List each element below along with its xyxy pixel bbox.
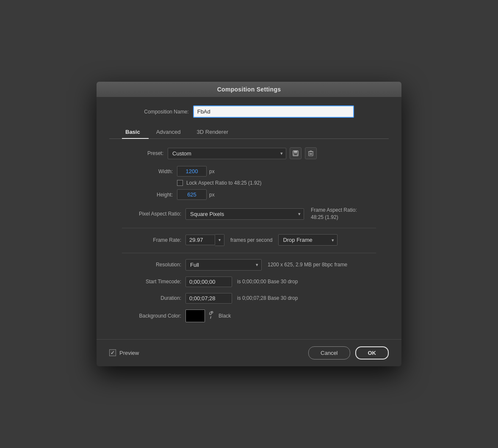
lock-aspect-label: Lock Aspect Ratio to 48:25 (1.92): [186, 180, 261, 186]
preset-row: Preset: Custom HDTV 1080 29.97 HDTV 1080…: [122, 147, 376, 159]
par-select[interactable]: Square Pixels D1/DV NTSC (0.91) D1/DV PA…: [185, 208, 304, 220]
preview-checkbox-row: Preview: [109, 349, 139, 356]
start-timecode-row: Start Timecode: is 0;00;00;00 Base 30 dr…: [122, 277, 376, 287]
lock-aspect-checkbox[interactable]: [177, 180, 183, 186]
title-bar: Composition Settings: [97, 82, 401, 97]
tab-advanced[interactable]: Advanced: [153, 125, 189, 138]
dialog-footer: Preview Cancel OK: [97, 339, 401, 366]
drop-frame-select-wrapper: Drop Frame Non Drop Frame: [278, 234, 338, 246]
bg-color-name: Black: [219, 313, 231, 319]
height-label: Height:: [147, 192, 173, 198]
content-area: Preset: Custom HDTV 1080 29.97 HDTV 1080…: [109, 139, 389, 326]
frame-rate-row: Frame Rate: ▾ frames per second Drop Fra…: [122, 234, 376, 246]
frame-rate-dropdown-btn[interactable]: ▾: [215, 234, 224, 246]
separator-1: [122, 228, 376, 228]
duration-input[interactable]: [185, 293, 232, 304]
preset-label: Preset:: [147, 150, 163, 156]
comp-name-row: Composition Name:: [109, 105, 389, 118]
resolution-info: 1200 x 625, 2.9 MB per 8bpc frame: [268, 262, 347, 268]
width-label: Width:: [147, 169, 173, 174]
height-input[interactable]: [177, 189, 207, 200]
height-row: Height: px: [147, 189, 376, 200]
separator-2: [122, 253, 376, 253]
duration-row: Duration: is 0;00;07;28 Base 30 drop: [122, 293, 376, 304]
dialog-body: Composition Name: Basic Advanced 3D Rend…: [97, 97, 401, 335]
svg-line-9: [210, 316, 212, 318]
background-color-row: Background Color: Black: [122, 310, 376, 322]
preset-save-icon[interactable]: [290, 147, 302, 159]
height-unit: px: [209, 192, 215, 198]
resolution-select[interactable]: Full Half Third Quarter Custom...: [185, 259, 262, 271]
preset-delete-icon[interactable]: [305, 147, 317, 159]
tabs-row: Basic Advanced 3D Renderer: [109, 125, 389, 139]
width-input[interactable]: [177, 166, 207, 177]
resolution-select-wrapper: Full Half Third Quarter Custom...: [185, 259, 262, 271]
start-timecode-label: Start Timecode:: [122, 279, 181, 285]
dialog-title: Composition Settings: [217, 86, 281, 93]
fps-label: frames per second: [230, 237, 272, 243]
svg-rect-8: [310, 151, 312, 152]
composition-settings-dialog: Composition Settings Composition Name: B…: [97, 82, 401, 366]
svg-rect-1: [294, 151, 297, 153]
comp-name-input[interactable]: [193, 105, 354, 118]
resolution-label: Resolution:: [122, 262, 181, 268]
tab-3d-renderer[interactable]: 3D Renderer: [194, 125, 237, 138]
pixel-aspect-row: Pixel Aspect Ratio: Square Pixels D1/DV …: [122, 207, 376, 221]
comp-name-label: Composition Name:: [144, 109, 188, 115]
eyedropper-button[interactable]: [207, 310, 217, 321]
preset-select[interactable]: Custom HDTV 1080 29.97 HDTV 1080 25 Film…: [168, 148, 286, 159]
svg-point-11: [211, 311, 213, 313]
par-select-wrapper: Square Pixels D1/DV NTSC (0.91) D1/DV PA…: [185, 208, 304, 220]
bg-color-swatch[interactable]: [185, 310, 205, 322]
bg-color-label: Background Color:: [122, 313, 181, 319]
frame-rate-label: Frame Rate:: [122, 237, 181, 243]
width-row: Width: px: [147, 166, 376, 177]
preset-select-wrapper: Custom HDTV 1080 29.97 HDTV 1080 25 Film…: [168, 148, 286, 159]
cancel-button[interactable]: Cancel: [308, 346, 350, 360]
resolution-row: Resolution: Full Half Third Quarter Cust…: [122, 259, 376, 271]
width-unit: px: [209, 169, 215, 174]
preview-label: Preview: [119, 350, 139, 356]
duration-label: Duration:: [122, 295, 181, 301]
frame-rate-input-wrapper: ▾: [185, 234, 224, 246]
frame-rate-input[interactable]: [185, 235, 215, 245]
ok-button[interactable]: OK: [355, 346, 389, 360]
svg-rect-2: [294, 154, 297, 155]
tab-basic[interactable]: Basic: [122, 125, 149, 138]
duration-desc: is 0;00;07;28 Base 30 drop: [237, 295, 298, 301]
par-label: Pixel Aspect Ratio:: [122, 211, 181, 217]
drop-frame-select[interactable]: Drop Frame Non Drop Frame: [278, 234, 338, 246]
start-timecode-desc: is 0;00;00;00 Base 30 drop: [237, 279, 298, 285]
lock-ratio-row: Lock Aspect Ratio to 48:25 (1.92): [177, 180, 376, 186]
dimensions-section: Width: px Lock Aspect Ratio to 48:25 (1.…: [122, 166, 376, 200]
frame-aspect-info: Frame Aspect Ratio: 48:25 (1.92): [311, 207, 357, 221]
start-timecode-input[interactable]: [185, 277, 232, 287]
preview-checkbox[interactable]: [109, 349, 116, 356]
footer-buttons: Cancel OK: [308, 346, 389, 360]
